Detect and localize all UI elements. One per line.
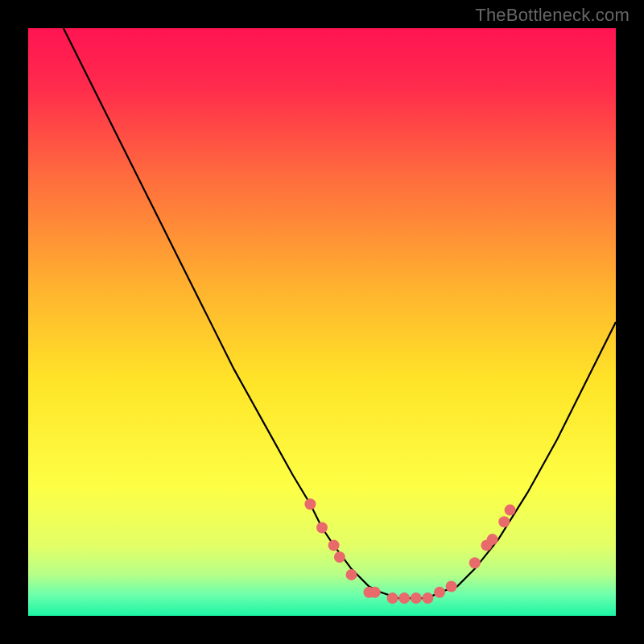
data-marker — [469, 557, 481, 568]
data-marker — [505, 505, 516, 516]
data-marker — [398, 592, 410, 604]
watermark-text: TheBottleneck.com — [475, 5, 630, 26]
chart-container: TheBottleneck.com — [0, 0, 644, 644]
data-marker — [328, 539, 340, 551]
plot-area — [28, 28, 616, 616]
data-marker — [387, 592, 398, 604]
data-marker — [434, 587, 445, 598]
data-marker — [446, 581, 457, 592]
data-marker — [498, 516, 510, 527]
data-marker — [316, 522, 328, 534]
chart-svg — [28, 28, 616, 616]
data-marker — [304, 498, 316, 510]
data-marker — [487, 534, 498, 545]
data-marker — [346, 569, 357, 580]
data-marker — [334, 551, 345, 563]
data-marker — [369, 587, 381, 598]
data-marker — [411, 592, 422, 604]
data-marker — [422, 592, 433, 604]
